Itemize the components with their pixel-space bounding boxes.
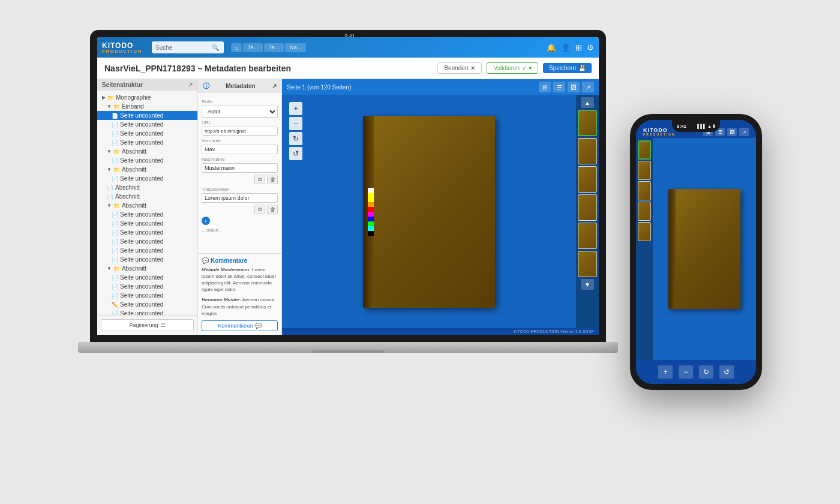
tree-item-seite-16[interactable]: 📄 Seite uncounted [97, 309, 197, 315]
kommentieren-button[interactable]: Kommentieren 💬 [202, 320, 278, 331]
tree-arrow: ▼ [107, 266, 112, 271]
thumbnail-4[interactable] [578, 194, 597, 221]
tree-item-abschnitt-4[interactable]: 📄 Abschnitt [97, 192, 197, 201]
field-label-vorname: Vorname [202, 138, 278, 143]
phone-notch: 9:41 ▌▌▌ ▲ ▮ [672, 120, 720, 132]
tree-label: Seite uncounted [120, 220, 163, 227]
tree-item-seite-10[interactable]: 📄 Seite uncounted [97, 246, 197, 255]
metadata-expand-icon[interactable]: ↗ [272, 83, 277, 89]
page-icon: 📄 [112, 140, 118, 146]
phone-expand-button[interactable]: ↗ [739, 128, 749, 136]
view-grid-button[interactable]: ⊞ [539, 82, 551, 92]
speichern-button[interactable]: Speichern 💾 [543, 63, 592, 73]
page-icon: 📄 [112, 221, 118, 227]
breadcrumb-home[interactable]: ⌂ [231, 43, 242, 52]
tree-item-abschnitt-5[interactable]: ▼ 📁 Abschnitt [97, 201, 197, 210]
field-input-titledocmain[interactable] [202, 193, 278, 203]
tree-item-seite-5[interactable]: 📄 Seite uncounted [97, 174, 197, 183]
tree-item-seite-13[interactable]: 📄 Seite uncounted [97, 282, 197, 291]
thumbnail-6[interactable] [578, 251, 597, 277]
tree-item-monographie[interactable]: ▶ 📁 Monographie [97, 93, 197, 102]
validieren-button[interactable]: Validieren ✓ ▾ [487, 62, 538, 74]
add-field-button[interactable]: + [202, 217, 210, 225]
phone-rotate-cw-button[interactable]: ↻ [699, 365, 713, 379]
field-actions-2: ⧉ 🗑 [202, 205, 278, 214]
tree-item-seite-14[interactable]: 📄 Seite uncounted [97, 291, 197, 300]
tree-item-abschnitt-2[interactable]: ▼ 📁 Abschnitt [97, 165, 197, 174]
battery-icon: ▮ [713, 124, 715, 128]
tree-item-seite-2[interactable]: 📄 Seite uncounted [97, 129, 197, 138]
tree-item-abschnitt-1[interactable]: ▼ 📁 Abschnitt [97, 147, 197, 156]
search-input[interactable] [155, 44, 209, 51]
sidebar-expand-icon[interactable]: ↗ [188, 82, 193, 88]
view-list-button[interactable]: ☰ [553, 82, 565, 92]
thumb-down-button[interactable]: ▼ [581, 279, 594, 290]
view-expand-button[interactable]: ↗ [582, 82, 594, 92]
user-icon[interactable]: 👤 [561, 43, 571, 52]
tree-item-seite-11[interactable]: 📄 Seite uncounted [97, 255, 197, 264]
phone-thumb-4[interactable] [638, 202, 651, 221]
phone-image-button[interactable]: 🖼 [727, 128, 737, 136]
search-icon[interactable]: 🔍 [212, 44, 219, 51]
comment-2: Hermann Muster: Aenean massa. Cum sociis… [202, 296, 278, 317]
logo-kitodo: KITODO [102, 42, 142, 49]
tree-item-seite-4[interactable]: 📄 Seite uncounted [97, 156, 197, 165]
laptop-body [78, 342, 618, 353]
page-icon: 📄 [112, 131, 118, 137]
view-image-button[interactable]: 🖼 [568, 82, 580, 92]
search-bar[interactable]: 🔍 [152, 41, 224, 53]
viewer-page-info: Seite 1 (von 120 Seiten) [287, 84, 351, 91]
phone-thumb-5[interactable] [638, 222, 651, 241]
tree-item-abschnitt-6[interactable]: ▼ 📁 Abschnitt [97, 264, 197, 273]
tree-item-abschnitt-3[interactable]: 📄 Abschnitt [97, 183, 197, 192]
phone-thumb-2[interactable] [638, 161, 651, 180]
phone-thumb-3[interactable] [638, 181, 651, 200]
tree-item-seite-8[interactable]: 📄 Seite uncounted [97, 228, 197, 237]
page-icon: 📄 [107, 185, 113, 191]
tree-item-seite-9[interactable]: 📄 Seite uncounted [97, 237, 197, 246]
thumbnail-5[interactable] [578, 223, 597, 249]
field-input-vorname[interactable] [202, 145, 278, 154]
tree-item-seite-1[interactable]: 📄 Seite uncounted [97, 120, 197, 129]
breadcrumb-item-1[interactable]: Te... [243, 43, 263, 52]
thumbnail-3[interactable] [578, 166, 597, 193]
delete-button[interactable]: 🗑 [267, 175, 278, 184]
bell-icon[interactable]: 🔔 [547, 43, 556, 52]
phone-zoom-out-button[interactable]: − [679, 365, 693, 379]
thumbnail-strip: ▲ ▼ [576, 95, 599, 328]
rotate-cw-button[interactable]: ↻ [289, 132, 302, 145]
field-input-nachname[interactable] [202, 163, 278, 173]
zoom-out-button[interactable]: − [289, 117, 302, 130]
field-select-rolle[interactable]: Autor [202, 106, 278, 118]
logo-area: KITODO PRODUCTION [102, 42, 142, 53]
phone-thumb-1[interactable] [638, 140, 651, 160]
tree-item-seite-12[interactable]: 📄 Seite uncounted [97, 273, 197, 282]
phone-zoom-in-button[interactable]: + [658, 365, 673, 379]
tree-item-seite-7[interactable]: 📄 Seite uncounted [97, 219, 197, 228]
tree-item-einband[interactable]: ▼ 📁 Einband [97, 102, 197, 111]
nav-icons: 🔔 👤 ⊞ ⚙ [547, 43, 594, 52]
breadcrumb-item-3[interactable]: Na... [285, 43, 306, 52]
zoom-in-button[interactable]: + [289, 102, 302, 115]
copy-button[interactable]: ⧉ [254, 175, 265, 184]
phone-rotate-ccw-button[interactable]: ↺ [719, 365, 734, 379]
thumbnail-2[interactable] [578, 138, 597, 164]
tree-label: Seite uncounted [120, 175, 163, 182]
delete-button-2[interactable]: 🗑 [267, 205, 278, 214]
copy-button-2[interactable]: ⧉ [254, 205, 265, 214]
phone-book-image [668, 189, 740, 309]
tree-item-seite-3[interactable]: 📄 Seite uncounted [97, 138, 197, 147]
rotate-ccw-button[interactable]: ↺ [289, 147, 302, 160]
tree-item-seite-15[interactable]: ✏️ Seite uncounted [97, 300, 197, 309]
field-input-url[interactable] [202, 127, 278, 136]
tree-item-seite-6[interactable]: 📄 Seite uncounted [97, 210, 197, 219]
paginierung-button[interactable]: Paginierung ☰ [101, 319, 194, 331]
grid-icon[interactable]: ⊞ [575, 43, 582, 52]
beenden-button[interactable]: Beenden ✕ [437, 62, 482, 74]
breadcrumb-item-2[interactable]: Te... [264, 43, 284, 52]
thumb-up-button[interactable]: ▲ [581, 97, 594, 108]
tree-label: Einband [122, 103, 144, 110]
tree-item-seite-active[interactable]: 📄 Seite uncounted [97, 111, 197, 120]
settings-icon[interactable]: ⚙ [587, 43, 594, 52]
thumbnail-1[interactable] [578, 110, 597, 136]
